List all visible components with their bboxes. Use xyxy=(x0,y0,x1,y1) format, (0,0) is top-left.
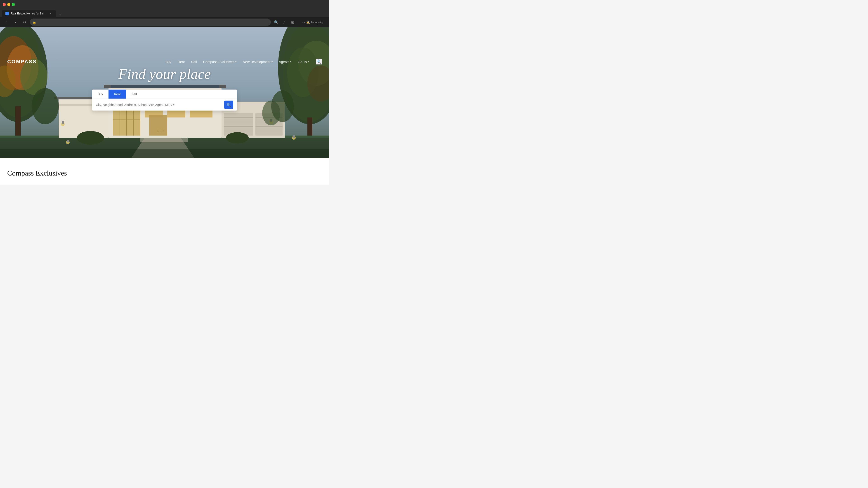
back-button[interactable]: ‹ xyxy=(3,19,10,26)
tab-favicon xyxy=(5,12,9,15)
site-header: COMPASS Buy Rent Sell Compass Exclusives… xyxy=(0,54,329,69)
search-input[interactable] xyxy=(96,103,224,107)
window-maximize-button[interactable] xyxy=(12,3,15,6)
window-close-button[interactable] xyxy=(3,3,6,6)
tab-close-button[interactable]: × xyxy=(49,12,53,15)
nav-sell[interactable]: Sell xyxy=(191,60,197,64)
browser-search-icon: 🔍 xyxy=(274,20,278,24)
svg-rect-39 xyxy=(67,140,69,142)
nav-compass-exclusives[interactable]: Compass Exclusives ▾ xyxy=(203,60,237,64)
svg-rect-10 xyxy=(224,113,253,135)
svg-point-62 xyxy=(77,131,104,144)
tablet-icon: ▱ xyxy=(302,20,305,24)
refresh-button[interactable]: ↺ xyxy=(21,19,28,26)
search-submit-button[interactable]: 🔍 xyxy=(224,101,233,109)
svg-rect-37 xyxy=(62,121,64,124)
browser-titlebar xyxy=(0,0,329,9)
address-bar-icon: 🔒 xyxy=(33,21,36,24)
new-development-chevron-icon: ▾ xyxy=(272,61,273,63)
nav-new-development[interactable]: New Development ▾ xyxy=(243,60,273,64)
search-tab-sell[interactable]: Sell xyxy=(126,90,142,99)
svg-point-63 xyxy=(226,132,249,143)
svg-rect-64 xyxy=(0,149,329,158)
toolbar-icons: 🔍 ☆ ⊞ ▱ 🕵 Incognito ⋮ xyxy=(273,19,327,26)
hero-content: Find your place Buy Rent Sell 🔍 xyxy=(92,66,237,111)
nav-buy[interactable]: Buy xyxy=(165,60,171,64)
forward-button[interactable]: › xyxy=(12,19,19,26)
profile-button[interactable]: 🕵 Incognito xyxy=(311,19,318,26)
search-tab-buy[interactable]: Buy xyxy=(92,90,108,99)
browser-toolbar: ‹ › ↺ 🔒 compass.com 🔍 ☆ ⊞ ▱ 🕵 xyxy=(0,17,329,27)
site-search-button[interactable]: 🔍 xyxy=(316,59,322,65)
window-minimize-button[interactable] xyxy=(7,3,10,6)
address-bar[interactable]: 🔒 compass.com xyxy=(30,19,271,26)
tab-title: Real Estate, Homes for Sale & ... xyxy=(11,12,47,15)
webpage: 6322 xyxy=(0,27,329,185)
hero-section: 6322 xyxy=(0,27,329,158)
svg-point-61 xyxy=(262,101,280,125)
search-box: Buy Rent Sell 🔍 xyxy=(92,90,237,111)
new-tab-button[interactable]: + xyxy=(57,11,63,17)
nav-rent[interactable]: Rent xyxy=(178,60,185,64)
browser-tabs-bar: Real Estate, Homes for Sale & ... × + xyxy=(0,9,329,17)
browser-menu-button[interactable]: ⋮ xyxy=(319,19,327,26)
window-controls xyxy=(3,3,15,6)
incognito-icon: 🕵 xyxy=(306,21,310,24)
svg-rect-43 xyxy=(293,135,295,138)
compass-exclusives-chevron-icon: ▾ xyxy=(235,61,237,63)
bookmark-button[interactable]: ☆ xyxy=(281,19,288,26)
svg-rect-55 xyxy=(307,118,312,135)
nav-agents[interactable]: Agents ▾ xyxy=(279,60,291,64)
svg-rect-35 xyxy=(149,115,167,135)
svg-point-59 xyxy=(32,88,59,124)
goto-chevron-icon: ▾ xyxy=(308,61,309,63)
browser-chrome: Real Estate, Homes for Sale & ... × + ‹ … xyxy=(0,0,329,27)
browser-search-button[interactable]: 🔍 xyxy=(273,19,280,26)
toolbar-divider xyxy=(298,20,298,24)
browser-menu-icon: ⋮ xyxy=(321,20,324,24)
below-fold-section: Compass Exclusives xyxy=(0,158,329,185)
extensions-button[interactable]: ⊞ xyxy=(289,19,296,26)
active-tab[interactable]: Real Estate, Homes for Sale & ... × xyxy=(2,10,56,17)
svg-rect-48 xyxy=(16,106,21,135)
search-tabs: Buy Rent Sell xyxy=(92,90,237,99)
compass-exclusives-title: Compass Exclusives xyxy=(7,169,322,177)
bookmark-icon: ☆ xyxy=(283,20,286,24)
extensions-icon: ⊞ xyxy=(291,20,294,24)
site-nav: Buy Rent Sell Compass Exclusives ▾ New D… xyxy=(165,59,322,65)
agents-chevron-icon: ▾ xyxy=(290,61,291,63)
search-input-row: 🔍 xyxy=(92,99,237,111)
site-logo[interactable]: COMPASS xyxy=(7,59,37,65)
search-submit-icon: 🔍 xyxy=(226,103,231,107)
search-tab-rent[interactable]: Rent xyxy=(108,90,126,99)
nav-goto[interactable]: Go To ▾ xyxy=(298,60,309,64)
url-input[interactable]: compass.com xyxy=(38,21,268,24)
